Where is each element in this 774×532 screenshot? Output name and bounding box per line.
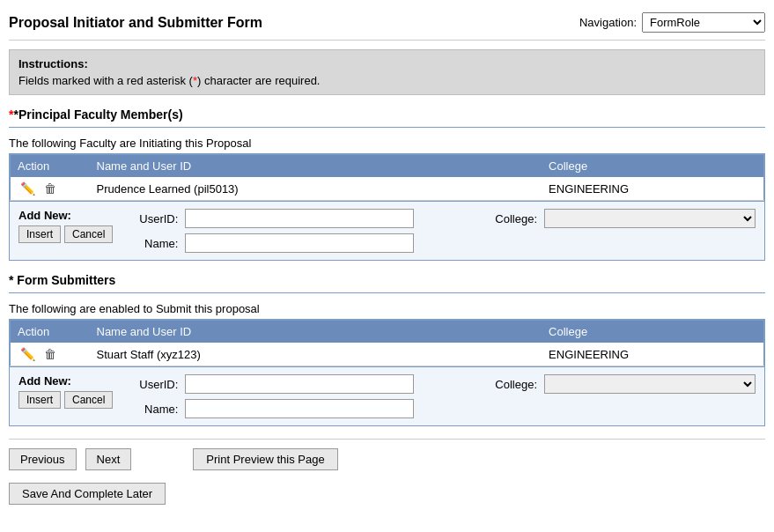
instructions-title: Instructions: (18, 57, 756, 70)
previous-button[interactable]: Previous (9, 448, 77, 470)
fs-table: Action Name and User ID College ✏️ 🗑 Stu… (10, 320, 764, 366)
fs-row-name: Stuart Staff (xyz123) (90, 343, 542, 366)
fs-subtitle: The following are enabled to Submit this… (9, 302, 765, 315)
pf-name-input[interactable] (185, 233, 414, 253)
pf-edit-button[interactable]: ✏️ (18, 181, 38, 196)
pf-insert-cancel: Insert Cancel (18, 225, 113, 243)
pf-college-area: College: ENGINEERING SCIENCE ARTS (495, 209, 756, 228)
navigation-area: Navigation: FormRole Page1 Page2 (579, 12, 765, 33)
pf-table-wrapper: Action Name and User ID College ✏️ 🗑 Pru… (9, 153, 765, 261)
table-row: ✏️ 🗑 Prudence Learned (pil5013) ENGINEER… (11, 177, 764, 201)
fs-title: * Form Submitters (9, 273, 765, 287)
pf-col-name: Name and User ID (90, 155, 542, 178)
fs-add-new-block: Add New: Insert Cancel (18, 374, 113, 409)
fs-college-select[interactable]: ENGINEERING SCIENCE ARTS (544, 374, 756, 394)
fs-userid-input[interactable] (185, 374, 414, 394)
pf-row-action: ✏️ 🗑 (11, 177, 90, 201)
pf-row-college: ENGINEERING (542, 177, 763, 201)
pf-table: Action Name and User ID College ✏️ 🗑 Pru… (10, 154, 764, 201)
fs-col-college: College (542, 321, 763, 344)
pf-row-name: Prudence Learned (pil5013) (90, 177, 542, 201)
fs-row-college: ENGINEERING (542, 343, 763, 366)
instructions-box: Instructions: Fields marked with a red a… (9, 49, 765, 95)
pf-delete-button[interactable]: 🗑 (41, 181, 59, 196)
fs-row-action: ✏️ 🗑 (11, 343, 90, 366)
form-submitters-section: * Form Submitters The following are enab… (9, 273, 765, 426)
pf-add-new-label: Add New: (18, 209, 113, 222)
page-title: Proposal Initiator and Submitter Form (9, 15, 262, 31)
pf-cancel-button[interactable]: Cancel (64, 225, 113, 243)
pf-form-fields: UserID: Name: (125, 209, 465, 253)
fs-name-row: Name: (125, 399, 465, 418)
navigation-select[interactable]: FormRole Page1 Page2 (642, 12, 765, 33)
pf-userid-label: UserID: (125, 212, 178, 225)
fs-college-label: College: (495, 378, 537, 391)
fs-name-label: Name: (125, 403, 178, 416)
next-button[interactable]: Next (85, 448, 132, 470)
principal-faculty-title: **Principal Faculty Member(s) (9, 107, 765, 122)
nav-label: Navigation: (579, 16, 637, 29)
pf-add-new-area: Add New: Insert Cancel UserID: Name: (10, 201, 764, 260)
divider-fs (9, 292, 765, 293)
fs-userid-row: UserID: (125, 374, 465, 394)
fs-col-name: Name and User ID (90, 321, 542, 344)
table-row: ✏️ 🗑 Stuart Staff (xyz123) ENGINEERING (11, 343, 764, 366)
pf-college-select[interactable]: ENGINEERING SCIENCE ARTS (544, 209, 756, 228)
fs-delete-button[interactable]: 🗑 (41, 347, 59, 361)
bottom-buttons: Previous Next Print Preview this Page (9, 439, 765, 476)
fs-name-input[interactable] (185, 399, 414, 418)
fs-col-action: Action (11, 321, 90, 344)
pf-col-action: Action (11, 155, 90, 178)
fs-userid-label: UserID: (125, 378, 178, 391)
pf-userid-input[interactable] (185, 209, 414, 228)
fs-table-header-row: Action Name and User ID College (11, 321, 764, 344)
fs-insert-button[interactable]: Insert (18, 391, 61, 409)
pf-insert-button[interactable]: Insert (18, 225, 61, 243)
pf-name-label: Name: (125, 237, 178, 250)
pf-add-new-block: Add New: Insert Cancel (18, 209, 113, 243)
print-preview-button[interactable]: Print Preview this Page (193, 448, 337, 470)
req-star: * (193, 74, 197, 87)
save-btn-row: Save And Complete Later (9, 476, 765, 505)
principal-faculty-section: **Principal Faculty Member(s) The follow… (9, 107, 765, 261)
fs-cancel-button[interactable]: Cancel (64, 391, 113, 409)
save-complete-later-button[interactable]: Save And Complete Later (9, 483, 166, 505)
fs-college-area: College: ENGINEERING SCIENCE ARTS (495, 374, 756, 394)
fs-table-wrapper: Action Name and User ID College ✏️ 🗑 Stu… (9, 319, 765, 426)
fs-add-new-label: Add New: (18, 374, 113, 388)
fs-edit-button[interactable]: ✏️ (18, 347, 38, 361)
pf-subtitle: The following Faculty are Initiating thi… (9, 137, 765, 150)
pf-name-row: Name: (125, 233, 465, 253)
pf-college-label: College: (495, 212, 537, 225)
pf-userid-row: UserID: (125, 209, 465, 228)
pf-table-header-row: Action Name and User ID College (11, 155, 764, 178)
divider-pf (9, 127, 765, 128)
fs-insert-cancel: Insert Cancel (18, 391, 113, 409)
fs-add-new-area: Add New: Insert Cancel UserID: Name: (10, 366, 764, 425)
pf-col-college: College (542, 155, 763, 178)
fs-form-fields: UserID: Name: (125, 374, 465, 418)
instructions-body: Fields marked with a red asterisk (*) ch… (18, 74, 756, 87)
page-header: Proposal Initiator and Submitter Form Na… (9, 7, 765, 41)
